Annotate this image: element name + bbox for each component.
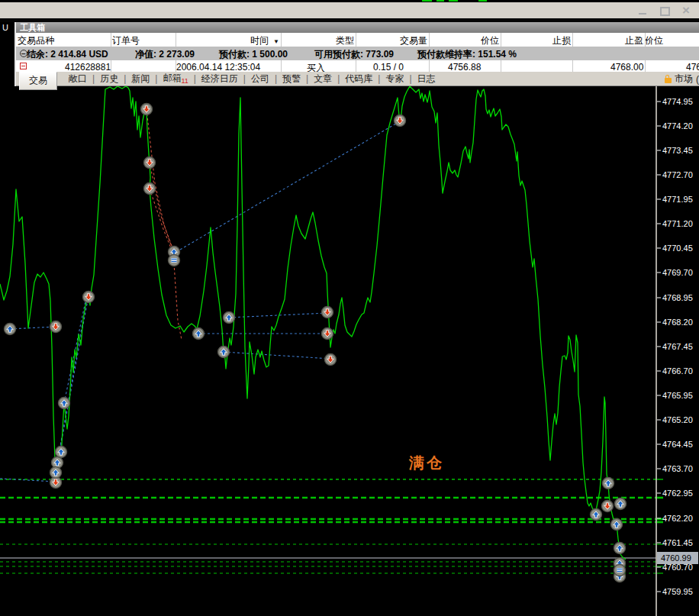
price-label: 4762.20 bbox=[662, 514, 693, 523]
column-header-4[interactable]: 交易量 bbox=[356, 34, 427, 47]
price-label: 4774.20 bbox=[662, 121, 693, 131]
market-button[interactable]: 市场 ( bbox=[665, 72, 699, 86]
trade-marker-buy[interactable] bbox=[193, 328, 205, 340]
toolbox-tab-11[interactable]: 日志 bbox=[412, 73, 441, 85]
price-label: 4774.95 bbox=[662, 97, 693, 106]
order-cell-5: 4768.00 bbox=[610, 62, 643, 72]
trade-connection-line-blue bbox=[10, 327, 56, 329]
trade-marker-sell[interactable] bbox=[144, 157, 156, 169]
window-titlebar[interactable]: × bbox=[0, 2, 699, 18]
trade-marker-buy[interactable] bbox=[59, 398, 70, 409]
price-label: 4762.95 bbox=[662, 489, 693, 498]
trade-marker-sell[interactable] bbox=[50, 321, 62, 333]
summary-item-0: 结余: 2 414.84 USD bbox=[27, 48, 108, 61]
trade-marker-sell[interactable] bbox=[322, 328, 333, 340]
sort-arrow-icon[interactable]: ▼ bbox=[273, 38, 279, 45]
summary-item-4: 预付款维持率: 151.54 % bbox=[417, 48, 517, 61]
order-cell-3: 0.15 / 0 bbox=[373, 62, 404, 72]
column-separator bbox=[501, 33, 501, 47]
trade-marker-buy[interactable] bbox=[50, 467, 62, 479]
price-label: 4773.45 bbox=[662, 146, 693, 155]
account-summary-row: − 结余: 2 414.84 USD净值: 2 273.09预付款: 1 500… bbox=[16, 47, 699, 60]
chart-peek-strip bbox=[422, 0, 432, 2]
toolbox-tab-5[interactable]: 经济日历 bbox=[196, 73, 243, 85]
minimize-icon[interactable] bbox=[638, 6, 649, 15]
close-icon[interactable]: × bbox=[681, 6, 691, 15]
maximize-icon[interactable] bbox=[659, 6, 670, 15]
toolbox-tab-7[interactable]: 预警 bbox=[277, 73, 306, 85]
column-header-3[interactable]: 类型 bbox=[281, 34, 354, 47]
column-header-1[interactable]: 订单号 bbox=[112, 34, 174, 47]
column-header-2[interactable]: 时间▼ bbox=[176, 34, 279, 47]
trade-marker-sell[interactable] bbox=[83, 292, 95, 303]
chart-annotation: 满仓 bbox=[409, 453, 444, 473]
column-header-5[interactable]: 价位 bbox=[429, 34, 499, 47]
tab-badge: 11 bbox=[181, 78, 188, 85]
toolbox-tab-4[interactable]: 邮箱11 bbox=[157, 72, 193, 85]
trade-marker-buy[interactable] bbox=[5, 324, 16, 335]
column-separator bbox=[356, 60, 356, 72]
toolbox-tab-6[interactable]: 公司 bbox=[246, 73, 275, 85]
trade-marker-close[interactable] bbox=[169, 255, 180, 266]
order-expand-icon[interactable] bbox=[20, 63, 27, 69]
column-header-6[interactable]: 止损 bbox=[501, 34, 571, 47]
toolbox-title[interactable]: 工具箱 bbox=[16, 22, 699, 33]
market-paren: ( bbox=[696, 74, 699, 85]
column-separator bbox=[645, 33, 646, 47]
orders-header-row: 交易品种订单号时间▼类型交易量价位止损止盈价位 bbox=[16, 33, 699, 47]
column-header-7[interactable]: 止盈 bbox=[572, 34, 643, 47]
column-header-8[interactable]: 价位 bbox=[645, 34, 699, 47]
trade-marker-sell[interactable] bbox=[322, 307, 333, 318]
trade-connection-line-blue bbox=[224, 352, 330, 359]
chart-peek-strip bbox=[478, 0, 487, 2]
toolbox-tab-0[interactable]: 交易 bbox=[19, 72, 57, 90]
column-separator bbox=[501, 60, 501, 72]
summary-item-3: 可用预付款: 773.09 bbox=[314, 48, 394, 61]
trade-marker-buy[interactable] bbox=[603, 478, 614, 489]
price-label: 4768.20 bbox=[662, 318, 693, 327]
trade-marker-buy[interactable] bbox=[615, 498, 627, 510]
trade-marker-close[interactable] bbox=[614, 565, 626, 576]
chart-area[interactable]: 4774.954774.204773.454772.704771.954771.… bbox=[0, 86, 699, 616]
toolbox-tab-1[interactable]: 敞口 bbox=[63, 73, 92, 85]
order-row[interactable]: 4126288812006.04.14 12:35:04买入0.15 / 047… bbox=[16, 60, 699, 72]
trade-marker-buy[interactable] bbox=[611, 519, 623, 531]
toolbox-tab-10[interactable]: 专家 bbox=[380, 73, 409, 85]
trade-marker-buy[interactable] bbox=[56, 447, 67, 458]
trade-marker-buy[interactable] bbox=[224, 312, 235, 324]
toolbox-tab-2[interactable]: 历史 bbox=[95, 73, 124, 85]
trade-connection-line-red bbox=[150, 163, 174, 254]
column-separator bbox=[111, 33, 111, 47]
trade-marker-sell[interactable] bbox=[325, 354, 337, 366]
summary-item-1: 净值: 2 273.09 bbox=[135, 48, 195, 61]
toolbox-panel: 工具箱 交易品种订单号时间▼类型交易量价位止损止盈价位 − 结余: 2 414.… bbox=[14, 22, 699, 86]
current-price-label: 4760.99 bbox=[661, 553, 691, 563]
chart-peek-strip bbox=[436, 0, 444, 2]
market-label[interactable]: 市场 bbox=[675, 73, 693, 85]
toolbox-tab-3[interactable]: 新闻 bbox=[126, 73, 155, 85]
column-separator bbox=[572, 60, 573, 72]
terminal-window: × U 工具箱 交易品种订单号时间▼类型交易量价位止损止盈价位 − 结余: 2 … bbox=[0, 0, 699, 616]
column-separator bbox=[572, 33, 573, 47]
order-cell-6: 4760.99 bbox=[686, 62, 699, 72]
price-label: 4770.45 bbox=[662, 243, 693, 253]
trade-marker-sell[interactable] bbox=[141, 104, 153, 115]
column-separator bbox=[429, 33, 430, 47]
price-label: 4772.70 bbox=[662, 170, 693, 179]
trade-marker-sell[interactable] bbox=[395, 115, 406, 127]
price-label: 4769.70 bbox=[662, 268, 693, 277]
column-separator bbox=[429, 60, 430, 72]
trade-marker-sell[interactable] bbox=[144, 183, 156, 195]
trade-marker-buy[interactable] bbox=[218, 347, 230, 358]
price-label: 4771.20 bbox=[662, 219, 693, 228]
price-label: 4759.95 bbox=[662, 587, 693, 596]
trade-marker-buy[interactable] bbox=[614, 543, 626, 554]
price-label: 4761.45 bbox=[662, 538, 693, 547]
price-label: 4763.70 bbox=[662, 464, 693, 473]
trade-marker-buy[interactable] bbox=[591, 509, 602, 521]
price-label: 4765.95 bbox=[662, 391, 693, 400]
toolbox-tab-8[interactable]: 文章 bbox=[308, 73, 337, 85]
toolbox-tab-9[interactable]: 代码库 bbox=[340, 73, 378, 85]
trade-marker-sell[interactable] bbox=[602, 501, 614, 512]
column-header-0[interactable]: 交易品种 bbox=[18, 34, 109, 47]
